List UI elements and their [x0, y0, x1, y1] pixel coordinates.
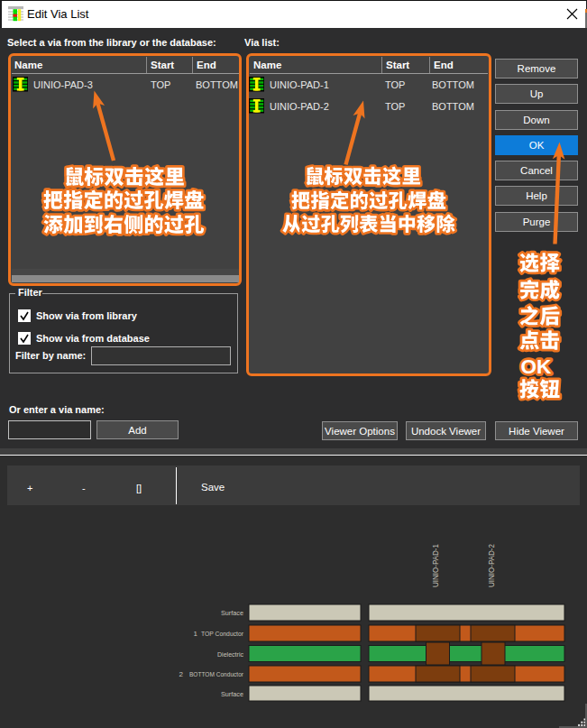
svg-text:Surface: Surface [221, 609, 243, 617]
svg-text:UINIO-PAD-1: UINIO-PAD-1 [431, 544, 440, 587]
svg-text:TOP Conductor: TOP Conductor [201, 630, 243, 638]
svg-text:Surface: Surface [221, 690, 243, 698]
svg-text:BOTTOM Conductor: BOTTOM Conductor [189, 670, 243, 678]
svg-text:2: 2 [179, 670, 184, 678]
svg-text:UINIO-PAD-2: UINIO-PAD-2 [487, 544, 496, 587]
svg-text:Dielectric: Dielectric [217, 650, 243, 659]
svg-text:1: 1 [194, 630, 198, 638]
